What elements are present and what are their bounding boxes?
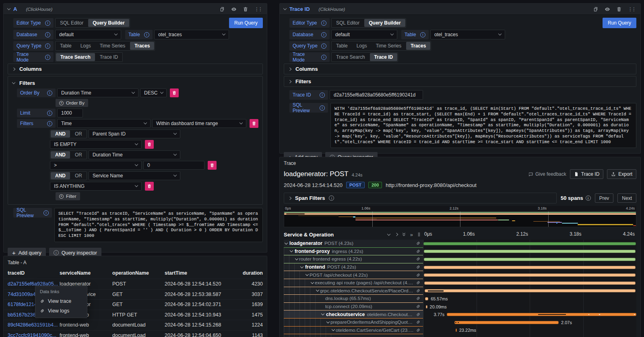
span-row[interactable]: oteldemo.CartService/GetCart (23.22ms)23… xyxy=(284,327,636,335)
trace-id-option[interactable]: Trace ID xyxy=(95,53,123,62)
sql-editor-option[interactable]: SQL Editor xyxy=(56,18,88,27)
span-row[interactable]: checkoutserviceoteldemo.CheckoutService/… xyxy=(284,310,636,319)
remove-query-icon[interactable] xyxy=(616,6,622,12)
or-option[interactable]: OR xyxy=(70,130,87,138)
query-traceid-header[interactable]: Trace ID (ClickHouse) ⋮⋮ xyxy=(280,4,640,15)
trace-id-link[interactable]: 89cf4286e631591b4... xyxy=(8,322,60,328)
expand-one-icon[interactable] xyxy=(395,233,398,236)
and-or-toggle[interactable]: ANDOR xyxy=(50,129,87,138)
span-name-cell[interactable]: router frontend egress (4.22s) xyxy=(284,255,423,263)
span-bar[interactable] xyxy=(456,329,457,332)
span-bar-cell[interactable]: 20.09ms xyxy=(423,303,636,311)
remove-condition-button[interactable] xyxy=(208,161,217,170)
add-order-by-button[interactable]: Order By xyxy=(56,99,88,107)
span-row[interactable]: router frontend egress (4.22s) xyxy=(284,255,636,263)
collapse-query-icon[interactable] xyxy=(7,7,10,10)
span-row[interactable] xyxy=(284,334,636,337)
remove-order-by-button[interactable] xyxy=(170,88,179,97)
col-servicename[interactable]: serviceName xyxy=(60,270,112,276)
query-builder-option[interactable]: Query Builder xyxy=(88,19,129,27)
span-name-cell[interactable]: prepareOrderItemsAndShippingQuoteFromCar… xyxy=(284,319,423,327)
columns-section[interactable]: Columns xyxy=(8,64,263,74)
menu-item-view-logs[interactable]: View logs xyxy=(35,306,87,316)
query-type-table[interactable]: Table xyxy=(332,41,352,50)
span-link-icon[interactable] xyxy=(414,296,421,301)
condition-value-input[interactable]: 0 xyxy=(143,161,204,170)
span-bar[interactable] xyxy=(424,258,636,261)
span-row[interactable]: executing api route (pages) /api/checkou… xyxy=(284,279,636,287)
span-link-icon[interactable] xyxy=(414,312,421,317)
chevron-down-icon[interactable] xyxy=(285,241,288,245)
query-a-header[interactable]: A (ClickHouse) ⋮⋮ xyxy=(4,4,267,15)
span-link-icon[interactable] xyxy=(414,328,421,333)
and-option[interactable]: AND xyxy=(51,172,70,179)
hide-query-icon[interactable] xyxy=(605,6,610,12)
span-name-cell[interactable]: POST /api/checkout (4.22s) xyxy=(284,271,423,279)
filters-section[interactable]: Filters xyxy=(284,76,636,87)
order-by-direction-select[interactable]: DESC xyxy=(140,88,167,97)
span-link-icon[interactable] xyxy=(414,257,421,261)
query-type-logs[interactable]: Logs xyxy=(352,41,372,50)
span-bar[interactable] xyxy=(423,242,636,245)
span-link-icon[interactable] xyxy=(414,273,421,277)
database-select[interactable]: default xyxy=(55,30,121,39)
database-select[interactable]: default xyxy=(331,30,397,39)
chevron-down-icon[interactable] xyxy=(326,320,330,323)
collapse-query-icon[interactable] xyxy=(283,7,287,10)
chevron-down-icon[interactable] xyxy=(305,273,309,276)
sql-editor-option[interactable]: SQL Editor xyxy=(332,18,364,27)
span-bar-cell[interactable]: 65.57ms xyxy=(423,295,636,303)
span-bar-cell[interactable] xyxy=(423,255,636,263)
columns-section[interactable]: Columns xyxy=(284,64,636,74)
span-link-icon[interactable] xyxy=(414,265,421,269)
span-row[interactable]: dns.lookup (65.57ms)65.57ms xyxy=(284,295,636,303)
minimap[interactable] xyxy=(284,211,636,227)
trace-id-link[interactable]: 3cc7ccfc91941090c... xyxy=(8,333,60,337)
condition-operator-select[interactable]: IS EMPTY xyxy=(50,140,142,149)
chevron-down-icon[interactable] xyxy=(295,257,298,260)
add-filter-button[interactable]: Filter xyxy=(56,192,80,200)
trace-search-option[interactable]: Trace Search xyxy=(56,53,95,61)
and-or-toggle[interactable]: ANDOR xyxy=(50,171,87,180)
and-option[interactable]: AND xyxy=(51,151,70,158)
column-resize-handle[interactable] xyxy=(418,232,420,236)
span-name-cell[interactable]: oteldemo.CartService/GetCart (23.22ms) xyxy=(284,327,423,335)
query-type-toggle[interactable]: TableLogsTime SeriesTraces xyxy=(55,41,155,51)
condition-field-select[interactable]: Parent Span ID xyxy=(89,129,180,138)
filter-field-select[interactable]: Time xyxy=(57,119,151,128)
run-query-button[interactable]: Run Query xyxy=(603,18,636,28)
span-row[interactable]: frontend-proxyingress (4.22s) xyxy=(284,248,636,256)
duplicate-query-icon[interactable] xyxy=(219,6,225,12)
condition-operator-select[interactable]: IS ANYTHING xyxy=(50,182,142,191)
span-bar-cell[interactable] xyxy=(423,271,636,279)
span-name-cell[interactable]: grpc.oteldemo.CheckoutService/PlaceOrder… xyxy=(284,287,423,295)
query-type-timeseries[interactable]: Time Series xyxy=(95,41,130,50)
span-link-icon[interactable] xyxy=(414,241,421,246)
span-name-cell[interactable]: frontendPOST (4.22s) xyxy=(284,263,423,271)
or-option[interactable]: OR xyxy=(70,172,87,180)
span-bar[interactable] xyxy=(425,297,428,300)
query-type-traces[interactable]: Traces xyxy=(406,42,430,50)
query-type-toggle[interactable]: TableLogsTime SeriesTraces xyxy=(331,41,431,51)
span-filters-section[interactable]: Span Filters xyxy=(284,193,557,203)
remove-filter-button[interactable] xyxy=(250,119,258,128)
trace-id-input[interactable]: d2a7155ef6a928a05680e5ff6190241d xyxy=(330,90,423,100)
table-row[interactable]: 89cf4286e631591b4...frontend-webdocument… xyxy=(4,320,267,330)
span-name-cell[interactable]: checkoutserviceoteldemo.CheckoutService/… xyxy=(284,310,423,319)
span-row[interactable]: POST /api/checkout (4.22s) xyxy=(284,271,636,279)
span-bar-cell[interactable]: 3.77s xyxy=(423,310,636,319)
trace-mode-toggle[interactable]: Trace SearchTrace ID xyxy=(331,52,398,62)
expand-all-icon[interactable]: » xyxy=(410,232,413,237)
span-bar[interactable] xyxy=(454,321,559,324)
condition-operator-select[interactable]: > xyxy=(50,161,142,170)
remove-condition-button[interactable] xyxy=(145,140,154,149)
give-feedback-link[interactable]: Give feedback xyxy=(528,171,566,177)
query-type-logs[interactable]: Logs xyxy=(76,41,95,50)
table-select[interactable]: otel_traces xyxy=(154,30,229,39)
span-bar-cell[interactable] xyxy=(423,263,636,271)
editor-type-toggle[interactable]: SQL EditorQuery Builder xyxy=(55,18,130,28)
query-type-table[interactable]: Table xyxy=(56,41,76,50)
span-bar[interactable] xyxy=(426,305,427,308)
prev-button[interactable]: Prev xyxy=(595,193,614,203)
table-select[interactable]: otel_traces xyxy=(430,30,505,39)
